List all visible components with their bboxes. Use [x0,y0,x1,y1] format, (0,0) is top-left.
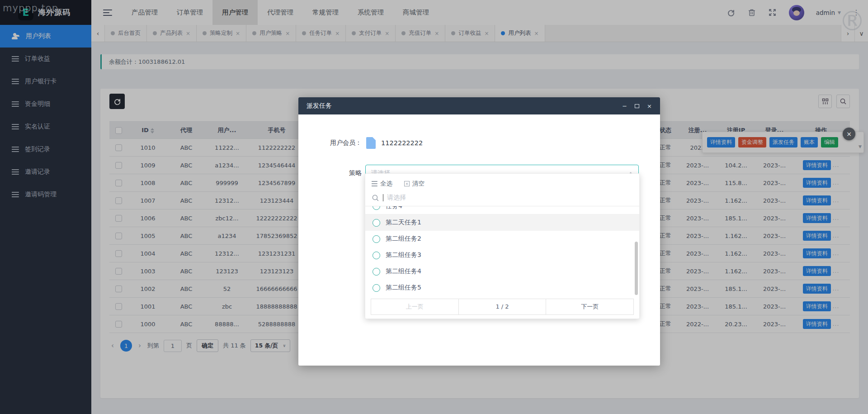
modal-title: 派发任务 [307,102,332,110]
member-row: 用户会员： 1122222222 [298,137,660,149]
radio-icon [373,268,380,276]
search-icon [372,194,379,202]
member-value: 1122222222 [381,139,423,147]
dropdown-prev-page[interactable]: 上一页 [371,299,458,314]
clear-action[interactable]: × 清空 [404,180,425,188]
radio-icon [373,206,380,210]
minimize-icon[interactable]: − [622,103,627,109]
option-label: 第二组任务4 [386,267,421,276]
modal-controls: − × [622,103,652,109]
dropdown-pagination: 上一页 1 / 2 下一页 [371,299,634,315]
strategy-dropdown: 全选 × 清空 请选择 任务4第二天任务1第二组任务2第二组任务3第二组任务4第… [365,173,640,319]
watermark-registered: ® [839,8,865,34]
app-root: E 海外源码 用户列表订单收益用户银行卡资金明细实名认证签到记录邀请记录邀请码管… [0,0,868,414]
radio-icon [373,235,380,243]
modal-header[interactable]: 派发任务 − × [298,97,660,114]
text-cursor [383,194,383,201]
option-label: 任务4 [386,206,402,210]
dropdown-option-第二组任务5[interactable]: 第二组任务5 [365,280,639,296]
watermark-site: myppp.top [3,3,58,14]
strategy-label: 策略 [298,169,362,177]
select-all-icon [372,180,377,188]
option-label: 第二天任务1 [386,219,421,227]
radio-icon [373,252,380,259]
dropdown-option-第二组任务4[interactable]: 第二组任务4 [365,263,639,280]
option-label: 第二组任务2 [386,235,421,243]
select-all-action[interactable]: 全选 [372,180,392,188]
dropdown-options: 任务4第二天任务1第二组任务2第二组任务3第二组任务4第二组任务5 [365,206,639,296]
dropdown-scrollbar[interactable] [635,242,638,295]
radio-icon [373,219,380,227]
dropdown-search[interactable]: 请选择 [365,190,639,206]
radio-icon [373,284,380,292]
close-icon[interactable]: × [647,103,652,109]
search-placeholder: 请选择 [387,194,406,202]
dropdown-option-第二组任务3[interactable]: 第二组任务3 [365,247,639,263]
member-label: 用户会员： [298,139,362,147]
maximize-icon[interactable] [635,104,639,108]
document-icon [366,137,376,149]
clear-icon: × [404,181,410,186]
dropdown-option-第二组任务2[interactable]: 第二组任务2 [365,231,639,247]
option-label: 第二组任务3 [386,251,421,259]
dropdown-next-page[interactable]: 下一页 [546,299,633,314]
dropdown-option-第二天任务1[interactable]: 第二天任务1 [365,214,639,231]
dropdown-option-任务4[interactable]: 任务4 [365,206,639,214]
dropdown-actions: 全选 × 清空 [365,174,639,190]
option-label: 第二组任务5 [386,284,421,292]
select-all-label: 全选 [380,180,392,188]
clear-label: 清空 [412,180,425,188]
dropdown-page-info: 1 / 2 [458,299,546,314]
floating-close-button[interactable]: × [843,128,855,140]
